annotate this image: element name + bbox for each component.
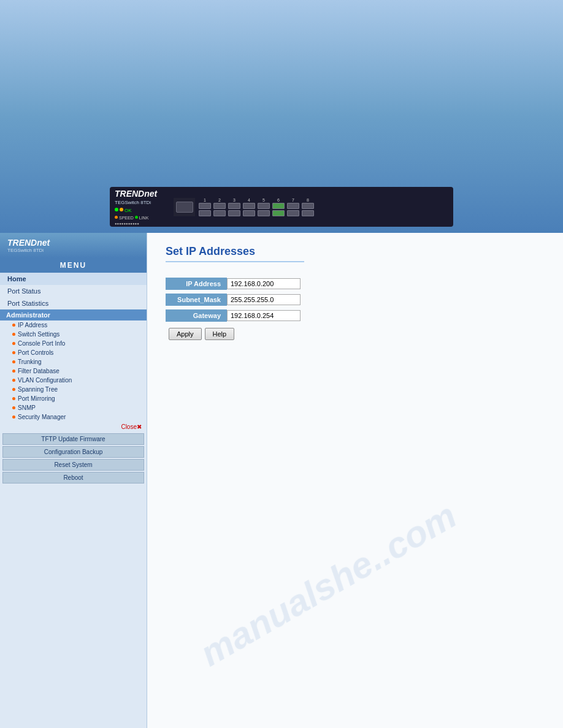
device-console-port [174,198,195,216]
led-status [120,208,123,211]
ip-address-label: IP Address [166,278,227,290]
port-label-6: 6 [277,198,280,202]
bullet-icon [12,342,15,345]
sidebar-item-port-status[interactable]: Port Status [0,285,147,297]
port-6-bot [272,210,285,216]
port-5-top [258,203,270,209]
gateway-row: Gateway [166,309,545,322]
port-6-top [272,203,285,209]
subnet-mask-input[interactable] [227,294,301,305]
port-block-7: 7 [287,198,299,216]
sidebar-administrator-header: Administrator [0,309,147,320]
bullet-icon [12,379,15,382]
port-label-1: 1 [204,198,206,202]
bullet-icon [12,351,15,354]
sidebar-item-snmp[interactable]: SNMP [0,403,147,412]
main-content: Set IP Addresses IP Address Subnet_Mask … [147,233,563,728]
bullet-icon [12,415,15,419]
gateway-label: Gateway [166,309,227,322]
bullet-icon [12,324,15,327]
port-3-top [228,203,240,209]
device-brand-area: TRENDnet TEGSwitch 8TDi OK SPEED LINK ●●… [115,189,170,226]
port-block-8: 8 [302,198,314,216]
port-block-5: 5 [258,198,270,216]
device-ports: 1 2 3 [199,198,448,216]
port-8-top [302,203,314,209]
sidebar-item-trunking[interactable]: Trunking [0,357,147,366]
sidebar-brand: TRENDnet [7,238,50,248]
sidebar-tagline: TEGSwitch 8TDi [7,248,44,253]
sidebar-item-tftp[interactable]: TFTP Update Firmware [2,433,144,445]
device-model: TEGSwitch 8TDi [115,200,151,205]
form-buttons: Apply Help [169,328,545,340]
sidebar-item-spanning-tree[interactable]: Spanning Tree [0,385,147,394]
bullet-icon [12,360,15,363]
bullet-icon [12,370,15,373]
sidebar-item-reset-system[interactable]: Reset System [2,459,144,471]
subnet-mask-label: Subnet_Mask [166,294,227,306]
device-leds: OK [115,208,132,213]
port-block-2: 2 [213,198,226,216]
sidebar-item-security-manager[interactable]: Security Manager [0,412,147,422]
port-7-top [287,203,299,209]
port-3-bot [228,210,240,216]
port-label-3: 3 [233,198,236,202]
device-logo: TRENDnet [115,189,157,199]
port-1-bot [199,210,211,216]
sidebar-item-config-backup[interactable]: Configuration Backup [2,446,144,458]
port-label-5: 5 [262,198,265,202]
port-7-bot [287,210,299,216]
sidebar-item-port-statistics[interactable]: Port Statistics [0,297,147,309]
port-5-bot [258,210,270,216]
port-label-4: 4 [248,198,250,202]
apply-button[interactable]: Apply [169,328,202,340]
port-block-3: 3 [228,198,240,216]
led-power [115,208,118,211]
help-button[interactable]: Help [205,328,235,340]
sidebar-logo: TRENDnet TEGSwitch 8TDi [0,233,147,258]
port-block-1: 1 [199,198,211,216]
port-4-bot [243,210,255,216]
ip-address-row: IP Address [166,278,545,290]
port-1-top [199,203,211,209]
sidebar-item-port-mirroring[interactable]: Port Mirroring [0,394,147,403]
port-block-4: 4 [243,198,255,216]
bullet-icon [12,406,15,409]
close-x-icon: ✖ [137,423,142,430]
sidebar-item-switch-settings[interactable]: Switch Settings [0,330,147,339]
sidebar-item-filter-database[interactable]: Filter Database [0,366,147,376]
port-8-bot [302,210,314,216]
bullet-icon [12,397,15,400]
main-layout: TRENDnet TEGSwitch 8TDi MENU Home Port S… [0,233,563,728]
sidebar-menu-header: MENU [0,258,147,273]
sidebar-item-ip-address[interactable]: IP Address [0,320,147,330]
port-2-bot [213,210,226,216]
sidebar-item-home[interactable]: Home [0,273,147,285]
subnet-mask-row: Subnet_Mask [166,294,545,306]
port-label-2: 2 [218,198,221,202]
device-image: TRENDnet TEGSwitch 8TDi OK SPEED LINK ●●… [110,187,453,227]
page-title: Set IP Addresses [166,245,304,262]
device-ok-text: OK [124,208,132,213]
sidebar-item-console-port-info[interactable]: Console Port Info [0,339,147,348]
ip-address-input[interactable] [227,278,301,289]
port-2-top [213,203,226,209]
sidebar-item-reboot[interactable]: Reboot [2,472,144,483]
sidebar-item-port-controls[interactable]: Port Controls [0,348,147,357]
bullet-icon [12,388,15,391]
gateway-input[interactable] [227,310,301,321]
port-label-8: 8 [307,198,309,202]
sidebar-item-vlan-configuration[interactable]: VLAN Configuration [0,376,147,385]
top-banner: TRENDnet TEGSwitch 8TDi OK SPEED LINK ●●… [0,0,563,233]
bullet-icon [12,333,15,336]
port-block-6: 6 [272,198,285,216]
port-4-top [243,203,255,209]
sidebar: TRENDnet TEGSwitch 8TDi MENU Home Port S… [0,233,147,728]
ip-form: IP Address Subnet_Mask Gateway Apply Hel… [166,278,545,340]
sidebar-close-area: Close ✖ [0,422,147,432]
port-label-7: 7 [292,198,294,202]
close-link[interactable]: Close [121,423,137,430]
